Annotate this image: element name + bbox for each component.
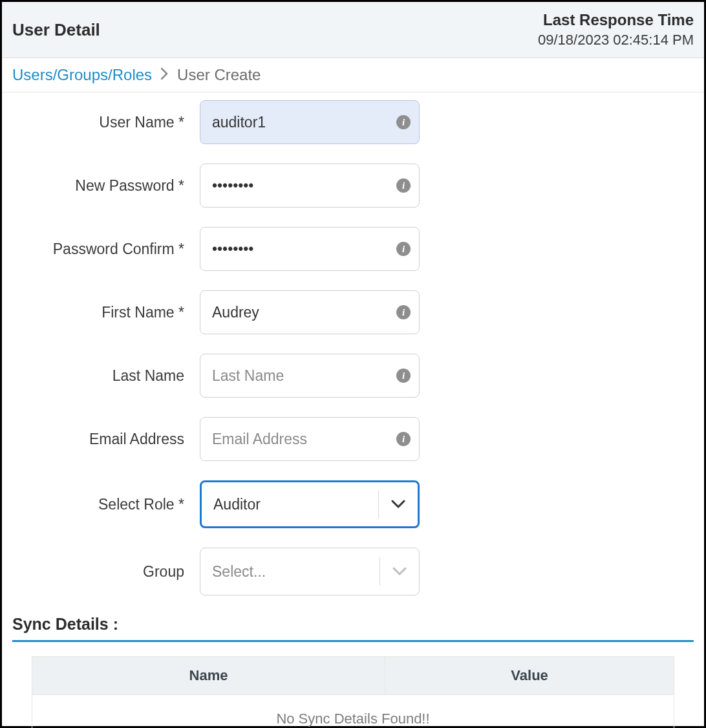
role-select-value: Auditor (202, 496, 378, 513)
email-input-wrap: i (200, 417, 420, 461)
group-select-placeholder: Select... (200, 563, 380, 581)
info-icon[interactable]: i (396, 242, 411, 256)
first-name-label: First Name * (12, 304, 200, 321)
page-title: User Detail (12, 20, 100, 40)
header: User Detail Last Response Time 09/18/202… (2, 2, 704, 58)
form-row-first-name: First Name * i (12, 290, 694, 334)
sync-details-title: Sync Details : (12, 615, 694, 642)
group-label: Group (12, 563, 200, 581)
form-row-email: Email Address i (12, 417, 694, 461)
last-name-input[interactable] (200, 354, 420, 398)
username-label: User Name * (12, 114, 200, 131)
email-label: Email Address (12, 431, 200, 448)
group-select[interactable]: Select... (200, 548, 420, 595)
sync-col-name: Name (32, 657, 385, 695)
info-icon[interactable]: i (396, 432, 411, 446)
chevron-down-icon (380, 567, 419, 576)
chevron-down-icon (379, 500, 418, 509)
info-icon[interactable]: i (396, 178, 411, 193)
form-row-password-confirm: Password Confirm * i (12, 227, 694, 271)
password-confirm-label: Password Confirm * (12, 241, 200, 258)
breadcrumb-current: User Create (177, 66, 261, 84)
username-input[interactable] (200, 100, 420, 144)
info-icon[interactable]: i (396, 369, 411, 383)
breadcrumb: Users/Groups/Roles User Create (2, 58, 704, 92)
role-select[interactable]: Auditor (200, 480, 420, 528)
last-name-input-wrap: i (200, 354, 420, 398)
last-response-time-value: 09/18/2023 02:45:14 PM (538, 32, 694, 48)
info-icon[interactable]: i (396, 115, 411, 129)
sync-empty-message: No Sync Details Found!! (32, 695, 674, 729)
email-input[interactable] (200, 417, 420, 461)
first-name-input-wrap: i (200, 290, 420, 334)
form-area: User Name * i New Password * i Password … (2, 92, 704, 728)
password-confirm-input[interactable] (200, 227, 420, 271)
last-name-label: Last Name (12, 367, 200, 385)
role-label: Select Role * (12, 496, 200, 513)
sync-col-value: Value (385, 657, 674, 695)
form-row-new-password: New Password * i (12, 164, 694, 208)
new-password-label: New Password * (12, 177, 200, 195)
new-password-input-wrap: i (200, 164, 420, 208)
form-row-group: Group Select... (12, 548, 694, 595)
info-icon[interactable]: i (396, 305, 411, 319)
password-confirm-input-wrap: i (200, 227, 420, 271)
form-row-role: Select Role * Auditor (12, 480, 694, 528)
new-password-input[interactable] (200, 164, 420, 208)
breadcrumb-parent-link[interactable]: Users/Groups/Roles (12, 66, 152, 84)
form-row-last-name: Last Name i (12, 354, 694, 398)
sync-table-wrap: Name Value No Sync Details Found!! (12, 656, 694, 728)
first-name-input[interactable] (200, 290, 420, 334)
user-detail-window: User Detail Last Response Time 09/18/202… (0, 0, 706, 728)
last-response-time-label: Last Response Time (538, 11, 694, 29)
chevron-right-icon (161, 68, 168, 83)
sync-details-table: Name Value No Sync Details Found!! (32, 656, 674, 728)
form-row-username: User Name * i (12, 100, 694, 144)
username-input-wrap: i (200, 100, 420, 144)
header-right: Last Response Time 09/18/2023 02:45:14 P… (538, 11, 694, 48)
table-row-empty: No Sync Details Found!! (32, 695, 674, 729)
